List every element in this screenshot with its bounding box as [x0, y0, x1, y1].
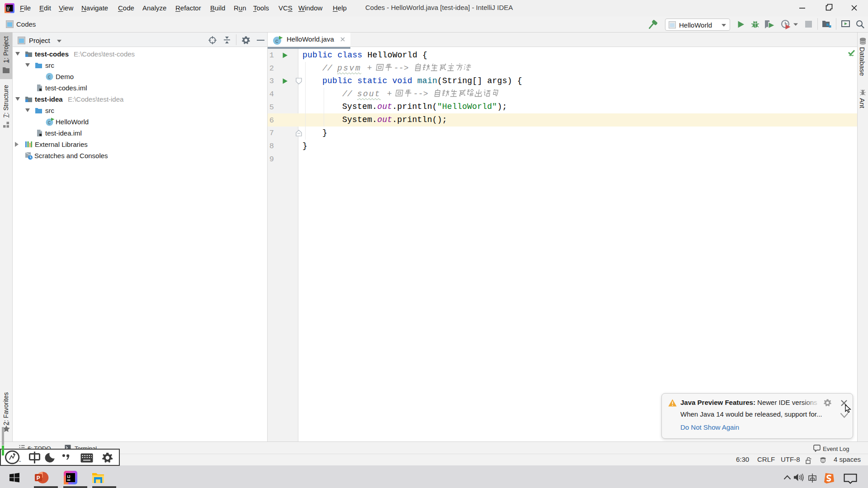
svg-text:P: P: [37, 475, 40, 481]
svg-text:™: ™: [19, 460, 21, 463]
svg-text:IJ: IJ: [7, 6, 9, 10]
svg-text:c: c: [275, 38, 278, 44]
svg-text:c: c: [48, 74, 51, 80]
svg-text:IJ: IJ: [67, 474, 71, 479]
svg-text:c: c: [48, 119, 51, 126]
